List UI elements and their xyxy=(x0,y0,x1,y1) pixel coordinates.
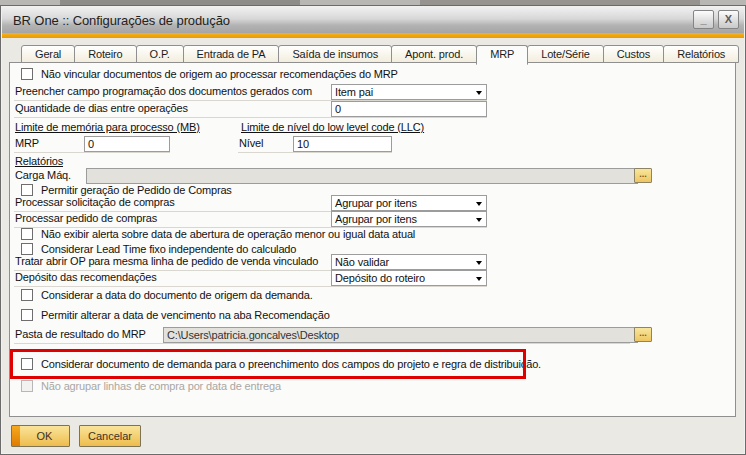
nao-agrupar-checkbox xyxy=(21,380,33,392)
permitir-alterar-checkbox[interactable] xyxy=(21,309,33,321)
considerar-data-label: Considerar a data do documento de origem… xyxy=(41,289,313,302)
tratar-op-value: Não validar xyxy=(335,256,389,268)
nao-exibir-alerta-label: Não exibir alerta sobre data de abertura… xyxy=(41,228,415,241)
chevron-down-icon xyxy=(476,202,482,206)
minimize-button[interactable]: _ xyxy=(693,10,714,29)
preencher-campo-dropdown[interactable]: Item pai xyxy=(331,84,487,100)
screen: BR One :: Configurações de produção _ X … xyxy=(0,0,746,455)
cancel-button[interactable]: Cancelar xyxy=(79,425,141,447)
deposito-value: Depósito do roteiro xyxy=(335,272,425,284)
tab-relatorios[interactable]: Relatórios xyxy=(663,45,739,63)
limite-nivel-header: Limite de nível do low level code (LLC) xyxy=(241,121,424,133)
pasta-resultado-browse-button[interactable]: ... xyxy=(634,327,652,342)
carga-maq-input xyxy=(86,168,638,184)
tab-geral[interactable]: Geral xyxy=(21,45,75,63)
pasta-resultado-label: Pasta de resultado do MRP xyxy=(15,328,146,340)
carga-maq-label: Carga Máq. xyxy=(15,169,71,181)
window-title: BR One :: Configurações de produção xyxy=(2,13,230,28)
nao-exibir-alerta-checkbox[interactable] xyxy=(21,228,33,240)
row-nao-vincular: Não vincular documentos de origem ao pro… xyxy=(21,68,398,81)
tab-saida-de-insumos[interactable]: Saída de insumos xyxy=(278,45,392,63)
proc-solicitacao-label: Processar solicitação de compras xyxy=(15,196,175,208)
considerar-doc-checkbox[interactable] xyxy=(21,358,33,370)
ok-button-label: OK xyxy=(37,430,53,442)
permitir-alterar-label: Permitir alterar a data de vencimento na… xyxy=(41,309,330,322)
row-nao-exibir-alerta: Não exibir alerta sobre data de abertura… xyxy=(21,228,415,241)
tab-lote-serie[interactable]: Lote/Série xyxy=(527,45,604,63)
row-nao-agrupar: Não agrupar linhas de compra por data de… xyxy=(21,380,281,393)
tab-entrada-de-pa[interactable]: Entrada de PA xyxy=(183,45,280,63)
default-button-accent xyxy=(12,426,20,446)
qtd-dias-label: Quantidade de dias entre operações xyxy=(15,102,188,114)
close-button[interactable]: X xyxy=(718,10,739,29)
limite-memoria-header: Limite de memória para processo (MB) xyxy=(15,121,200,133)
chevron-down-icon xyxy=(476,261,482,265)
row-permitir-alterar: Permitir alterar a data de vencimento na… xyxy=(21,309,330,322)
proc-pedido-label: Processar pedido de compras xyxy=(15,212,157,224)
chevron-down-icon xyxy=(476,218,482,222)
preencher-campo-label: Preencher campo programação dos document… xyxy=(15,85,312,97)
cancel-button-label: Cancelar xyxy=(88,430,132,442)
tab-apont-prod[interactable]: Apont. prod. xyxy=(391,45,477,63)
nivel-input[interactable]: 10 xyxy=(293,136,392,152)
mrp-label: MRP xyxy=(15,137,39,149)
qtd-dias-input[interactable]: 0 xyxy=(331,101,487,117)
tab-strip: Geral Roteiro O.P. Entrada de PA Saída d… xyxy=(21,44,739,63)
accent-stripe xyxy=(2,33,744,38)
carga-maq-browse-button[interactable]: ... xyxy=(634,168,652,183)
pasta-resultado-input: C:\Users\patricia.goncalves\Desktop xyxy=(163,327,638,343)
proc-pedido-dropdown[interactable]: Agrupar por itens xyxy=(331,211,487,227)
nivel-label: Nível xyxy=(239,137,263,149)
considerar-data-checkbox[interactable] xyxy=(21,289,33,301)
nao-vincular-checkbox[interactable] xyxy=(21,68,33,80)
deposito-label: Depósito das recomendações xyxy=(15,271,157,283)
ok-button[interactable]: OK xyxy=(11,425,70,447)
mrp-input[interactable]: 0 xyxy=(84,136,170,152)
proc-solicitacao-value: Agrupar por itens xyxy=(335,197,417,209)
minimize-icon: _ xyxy=(700,13,706,25)
mrp-tab-panel: Não vincular documentos de origem ao pro… xyxy=(9,62,736,417)
row-considerar-doc: Considerar documento de demanda para o p… xyxy=(21,358,541,371)
chevron-down-icon xyxy=(476,91,482,95)
titlebar[interactable]: BR One :: Configurações de produção _ X xyxy=(2,7,744,33)
dialog-window: BR One :: Configurações de produção _ X … xyxy=(0,5,746,455)
tab-mrp[interactable]: MRP xyxy=(476,45,528,65)
tab-custos[interactable]: Custos xyxy=(603,45,664,63)
proc-pedido-value: Agrupar por itens xyxy=(335,213,417,225)
preencher-campo-value: Item pai xyxy=(335,86,373,98)
considerar-doc-label: Considerar documento de demanda para o p… xyxy=(41,358,541,371)
close-icon: X xyxy=(725,13,732,25)
nao-vincular-label: Não vincular documentos de origem ao pro… xyxy=(41,68,398,81)
tratar-op-label: Tratar abrir OP para mesma linha de pedi… xyxy=(15,255,318,267)
nao-agrupar-label: Não agrupar linhas de compra por data de… xyxy=(41,380,281,393)
tab-op[interactable]: O.P. xyxy=(136,45,184,63)
chevron-down-icon xyxy=(476,277,482,281)
deposito-dropdown[interactable]: Depósito do roteiro xyxy=(331,270,487,286)
row-considerar-data: Considerar a data do documento de origem… xyxy=(21,289,313,302)
tab-roteiro[interactable]: Roteiro xyxy=(74,45,136,63)
